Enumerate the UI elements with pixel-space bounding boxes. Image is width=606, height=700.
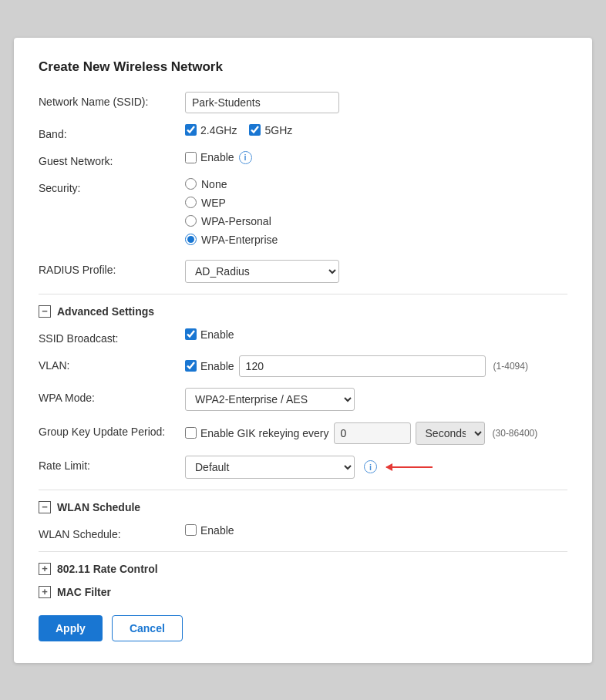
button-row: Apply Cancel [39,615,567,641]
rate-control-label: 802.11 Rate Control [57,563,158,575]
group-key-control: Enable GIK rekeying every Seconds (30-86… [185,422,567,445]
divider-1 [39,294,567,294]
ssid-broadcast-enable-label[interactable]: Enable [185,328,234,341]
wlan-schedule-enable-label[interactable]: Enable [185,524,234,537]
group-key-enable-text: Enable GIK rekeying every [200,427,329,439]
advanced-toggle-icon[interactable]: − [39,305,51,318]
group-key-checkbox[interactable] [185,427,197,439]
wlan-schedule-control: Enable [185,524,567,537]
band-row: Band: 2.4GHz 5GHz [39,124,567,140]
vlan-range: (1-4094) [493,361,528,372]
rate-limit-arrow [386,466,433,468]
security-wep-radio[interactable] [185,197,197,208]
band-label: Band: [39,124,185,140]
wlan-schedule-enable-text: Enable [200,524,234,537]
wlan-schedule-toggle-icon[interactable]: − [39,501,51,513]
guest-network-control: Enable i [185,151,567,164]
security-none-radio[interactable] [185,178,197,190]
guest-enable-label[interactable]: Enable [185,151,234,163]
security-none[interactable]: None [185,178,278,190]
band-24-label[interactable]: 2.4GHz [185,124,237,136]
group-key-label: Group Key Update Period: [39,422,185,438]
band-control: 2.4GHz 5GHz [185,124,567,136]
network-name-control [185,92,567,113]
band-24-text: 2.4GHz [200,124,237,136]
security-row: Security: None WEP WPA-Personal WPA-Ente… [39,178,567,249]
wlan-schedule-label: WLAN Schedule [57,501,140,513]
security-wpa-personal-text: WPA-Personal [201,215,271,227]
radius-label: RADIUS Profile: [39,260,185,276]
guest-network-row: Guest Network: Enable i [39,151,567,167]
rate-limit-select[interactable]: Default [185,456,355,479]
vlan-label: VLAN: [39,355,185,372]
security-control: None WEP WPA-Personal WPA-Enterprise [185,178,567,249]
band-24-checkbox[interactable] [185,124,197,136]
advanced-settings-label: Advanced Settings [57,305,154,318]
wlan-schedule-checkbox[interactable] [185,524,197,536]
divider-2 [39,490,567,490]
apply-button[interactable]: Apply [39,615,103,641]
security-label: Security: [39,178,185,194]
security-wpa-personal[interactable]: WPA-Personal [185,215,278,227]
rate-control-toggle-icon[interactable]: + [39,563,51,575]
guest-network-label: Guest Network: [39,151,185,167]
wlan-schedule-field-label: WLAN Schedule: [39,524,185,540]
security-options: None WEP WPA-Personal WPA-Enterprise [185,178,278,249]
mac-filter-header[interactable]: + MAC Filter [39,586,567,598]
network-name-row: Network Name (SSID): [39,92,567,113]
vlan-enable-text: Enable [200,360,234,372]
group-key-row: Group Key Update Period: Enable GIK reke… [39,422,567,445]
ssid-broadcast-enable-text: Enable [200,328,234,341]
wpa-mode-label: WPA Mode: [39,388,185,404]
band-5-text: 5GHz [264,124,292,136]
radius-control: AD_Radius [185,260,567,283]
guest-network-checkbox[interactable] [185,152,197,163]
security-wpa-enterprise-radio[interactable] [185,234,197,245]
guest-info-icon[interactable]: i [239,151,252,164]
security-wep-text: WEP [201,197,226,209]
ssid-broadcast-row: SSID Broadcast: Enable [39,328,567,345]
rate-limit-row: Rate Limit: Default i [39,456,567,479]
mac-filter-label: MAC Filter [57,586,111,598]
security-none-text: None [201,178,227,190]
seconds-select[interactable]: Seconds [416,422,485,445]
wlan-schedule-row: WLAN Schedule: Enable [39,524,567,540]
vlan-input[interactable] [239,355,486,377]
main-card: Create New Wireless Network Network Name… [14,38,592,663]
wlan-schedule-header[interactable]: − WLAN Schedule [39,501,567,513]
band-5-checkbox[interactable] [249,124,261,136]
arrow-line [386,466,433,468]
rate-limit-label: Rate Limit: [39,456,185,472]
security-wpa-enterprise[interactable]: WPA-Enterprise [185,234,278,246]
vlan-control: Enable (1-4094) [185,355,567,377]
group-key-range: (30-86400) [493,428,538,439]
radius-row: RADIUS Profile: AD_Radius [39,260,567,283]
group-key-enable-label[interactable]: Enable GIK rekeying every [185,427,329,439]
vlan-enable-label[interactable]: Enable [185,360,234,372]
rate-limit-control: Default i [185,456,567,479]
vlan-checkbox[interactable] [185,360,197,372]
security-wep[interactable]: WEP [185,197,278,209]
security-wpa-personal-radio[interactable] [185,215,197,227]
wpa-mode-row: WPA Mode: WPA2-Enterprise / AES [39,388,567,411]
radius-select[interactable]: AD_Radius [185,260,339,283]
page-title: Create New Wireless Network [39,59,567,75]
guest-enable-text: Enable [200,151,234,163]
security-wpa-enterprise-text: WPA-Enterprise [201,234,278,246]
group-key-input[interactable] [334,422,411,444]
wpa-mode-select[interactable]: WPA2-Enterprise / AES [185,388,355,411]
ssid-input[interactable] [185,92,339,113]
ssid-broadcast-control: Enable [185,328,567,341]
divider-3 [39,551,567,552]
rate-limit-info-icon[interactable]: i [364,460,377,473]
network-name-label: Network Name (SSID): [39,92,185,108]
vlan-row: VLAN: Enable (1-4094) [39,355,567,377]
ssid-broadcast-label: SSID Broadcast: [39,328,185,345]
cancel-button[interactable]: Cancel [112,615,183,641]
band-5-label[interactable]: 5GHz [249,124,292,136]
ssid-broadcast-checkbox[interactable] [185,328,197,340]
rate-control-header[interactable]: + 802.11 Rate Control [39,563,567,575]
mac-filter-toggle-icon[interactable]: + [39,586,51,598]
advanced-settings-header[interactable]: − Advanced Settings [39,305,567,318]
wpa-mode-control: WPA2-Enterprise / AES [185,388,567,411]
